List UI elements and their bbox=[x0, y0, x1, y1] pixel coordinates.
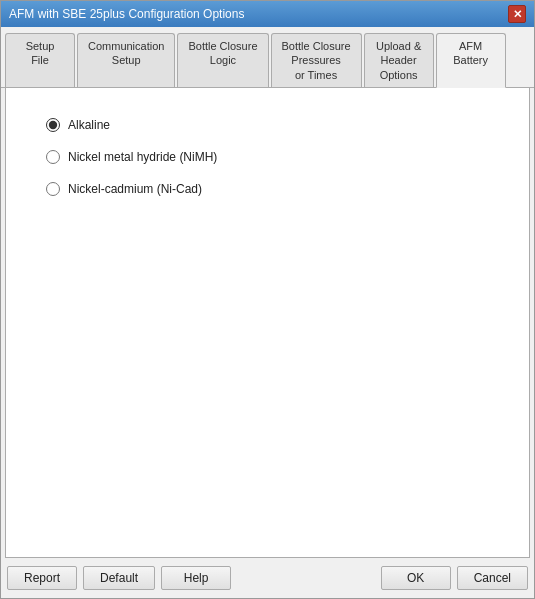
radio-item-nimh[interactable]: Nickel metal hydride (NiMH) bbox=[46, 150, 489, 164]
close-button[interactable]: ✕ bbox=[508, 5, 526, 23]
title-bar: AFM with SBE 25plus Configuration Option… bbox=[1, 1, 534, 27]
tab-upload-header-options[interactable]: Upload & Header Options bbox=[364, 33, 434, 87]
tab-communication-setup[interactable]: Communication Setup bbox=[77, 33, 175, 87]
tab-setup-file[interactable]: Setup File bbox=[5, 33, 75, 87]
radio-label-nicad: Nickel-cadmium (Ni-Cad) bbox=[68, 182, 202, 196]
battery-type-group: AlkalineNickel metal hydride (NiMH)Nicke… bbox=[26, 108, 509, 206]
footer: Report Default Help OK Cancel bbox=[1, 558, 534, 598]
radio-label-alkaline: Alkaline bbox=[68, 118, 110, 132]
tab-bar: Setup FileCommunication SetupBottle Clos… bbox=[1, 27, 534, 88]
ok-button[interactable]: OK bbox=[381, 566, 451, 590]
help-button[interactable]: Help bbox=[161, 566, 231, 590]
radio-label-nimh: Nickel metal hydride (NiMH) bbox=[68, 150, 217, 164]
tab-bottle-closure-pressures[interactable]: Bottle Closure Pressures or Times bbox=[271, 33, 362, 87]
radio-alkaline[interactable] bbox=[46, 118, 60, 132]
radio-nicad[interactable] bbox=[46, 182, 60, 196]
report-button[interactable]: Report bbox=[7, 566, 77, 590]
window-title: AFM with SBE 25plus Configuration Option… bbox=[9, 7, 244, 21]
radio-item-alkaline[interactable]: Alkaline bbox=[46, 118, 489, 132]
radio-nimh[interactable] bbox=[46, 150, 60, 164]
tab-bottle-closure-logic[interactable]: Bottle Closure Logic bbox=[177, 33, 268, 87]
tab-afm-battery[interactable]: AFM Battery bbox=[436, 33, 506, 88]
cancel-button[interactable]: Cancel bbox=[457, 566, 528, 590]
radio-item-nicad[interactable]: Nickel-cadmium (Ni-Cad) bbox=[46, 182, 489, 196]
content-area: AlkalineNickel metal hydride (NiMH)Nicke… bbox=[5, 88, 530, 558]
default-button[interactable]: Default bbox=[83, 566, 155, 590]
main-window: AFM with SBE 25plus Configuration Option… bbox=[0, 0, 535, 599]
